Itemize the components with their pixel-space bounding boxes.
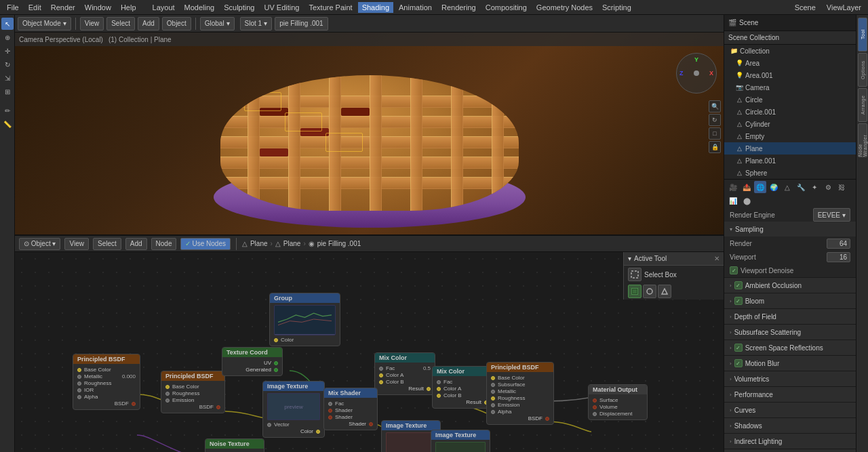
node-principled-3[interactable]: Principled BSDF Base Color Subsurface Me… xyxy=(486,362,554,425)
tool-cursor[interactable]: ⊕ xyxy=(1,31,14,43)
viewport-content[interactable]: X Y Z 🔍 ↻ □ 🔒 xyxy=(15,33,724,234)
section-header-7[interactable]: › Performance xyxy=(724,387,856,402)
section-header-2[interactable]: › Depth of Field xyxy=(724,309,856,324)
tab-data[interactable]: 📊 xyxy=(727,194,739,207)
node-noise[interactable]: Noise Texture Scale5.0 Detail2.0 Roughne… xyxy=(205,438,264,452)
node-principled-1[interactable]: Principled BSDF Base Color Metallic0.000… xyxy=(73,354,140,410)
tool-move[interactable]: ✛ xyxy=(1,45,14,57)
side-tab-options[interactable]: Options xyxy=(858,53,867,87)
viewport-lock-btn[interactable]: 🔒 xyxy=(709,141,721,153)
section-header-1[interactable]: › ✓ Bloom xyxy=(724,293,856,308)
menu-edit[interactable]: Edit xyxy=(24,2,45,13)
collection-item-sphere[interactable]: △Sphere xyxy=(724,167,856,179)
collection-item-camera[interactable]: 📷Camera xyxy=(724,81,856,94)
node-mix-color-2[interactable]: Mix Color Fac Color A Color B Result xyxy=(432,366,493,409)
tab-scripting[interactable]: Scripting xyxy=(598,2,635,13)
node-canvas[interactable]: Group xyxy=(15,252,724,452)
tab-world[interactable]: 🌍 xyxy=(768,181,780,193)
collection-item-circle[interactable]: △Circle xyxy=(724,94,856,106)
object-btn[interactable]: Object xyxy=(162,17,191,30)
render-value[interactable]: 64 xyxy=(827,239,850,249)
section-header-4[interactable]: › ✓ Screen Space Reflections xyxy=(724,340,856,355)
section-header-3[interactable]: › Subsurface Scattering xyxy=(724,325,856,340)
global-btn[interactable]: Global▾ xyxy=(200,17,235,30)
collection-item-area_001[interactable]: 💡Area.001 xyxy=(724,69,856,81)
viewport-gizmo[interactable]: X Y Z xyxy=(676,53,717,94)
tab-compositing[interactable]: Compositing xyxy=(481,2,531,13)
node-group[interactable]: Group xyxy=(269,293,340,346)
section-checkbox[interactable]: ✓ xyxy=(734,359,743,367)
tab-physics[interactable]: ⚙ xyxy=(822,181,834,193)
section-header-0[interactable]: › ✓ Ambient Occlusion xyxy=(724,278,856,293)
tab-output[interactable]: 📤 xyxy=(741,181,753,193)
node-mat-output[interactable]: Material Output Surface Volume Displacem… xyxy=(588,384,648,420)
node-principled-2[interactable]: Principled BSDF Base Color Roughness Emi… xyxy=(161,371,225,413)
tab-render[interactable]: 🎥 xyxy=(727,181,739,193)
node-mix-shader[interactable]: Mix Shader Fac Shader Shader Shader xyxy=(323,388,378,430)
collection-item-circle_001[interactable]: △Circle.001 xyxy=(724,106,856,118)
tab-layout[interactable]: Layout xyxy=(149,2,179,13)
breadcrumb-plane[interactable]: Plane xyxy=(250,240,268,247)
collection-item-collection[interactable]: 📁Collection xyxy=(724,45,856,57)
section-checkbox[interactable]: ✓ xyxy=(734,281,743,289)
node-image-tex-3[interactable]: Image Texture Vector Color xyxy=(431,430,490,452)
viewport-rotate-btn[interactable]: ↻ xyxy=(709,114,721,126)
viewport-zoom-btn[interactable]: 🔍 xyxy=(709,100,721,112)
tool-scale[interactable]: ⇲ xyxy=(1,72,14,84)
viewport-denoise-checkbox[interactable]: ✓ xyxy=(730,266,738,274)
node-image-tex-1[interactable]: Image Texture preview Vector Color xyxy=(262,381,325,438)
object-mode-dropdown[interactable]: Object Mode ▾ xyxy=(18,17,71,30)
section-header-11[interactable]: › Film xyxy=(724,449,856,452)
breadcrumb-material[interactable]: pie Filling .001 xyxy=(317,240,361,247)
tab-modifier[interactable]: 🔧 xyxy=(795,181,807,193)
side-tab-arrange[interactable]: Arrange xyxy=(858,88,867,122)
menu-window[interactable]: Window xyxy=(81,2,115,13)
section-header-10[interactable]: › Indirect Lighting xyxy=(724,434,856,449)
node-tex-coord[interactable]: Texture Coord UV Generated xyxy=(222,347,283,376)
menu-help[interactable]: Help xyxy=(117,2,140,13)
side-tab-tool[interactable]: Tool xyxy=(858,18,867,52)
tab-uv-editing[interactable]: UV Editing xyxy=(260,2,303,13)
material-name-btn[interactable]: pie Filling .001 xyxy=(275,17,328,30)
section-header-8[interactable]: › Curves xyxy=(724,403,856,417)
select-btn[interactable]: Select xyxy=(106,17,135,30)
tab-rendering[interactable]: Rendering xyxy=(437,2,480,13)
tab-shading[interactable]: Shading xyxy=(358,2,393,13)
tool-transform[interactable]: ⊞ xyxy=(1,85,14,98)
collection-item-plane_001[interactable]: △Plane.001 xyxy=(724,155,856,167)
node-add-btn[interactable]: Add xyxy=(125,238,147,250)
collection-item-area[interactable]: 💡Area xyxy=(724,57,856,69)
at-icon-3[interactable] xyxy=(658,285,671,298)
slot-dropdown[interactable]: Slot 1▾ xyxy=(240,17,273,30)
section-checkbox[interactable]: ✓ xyxy=(734,297,743,305)
tab-particle[interactable]: ✦ xyxy=(808,181,821,193)
collection-item-empty[interactable]: △Empty xyxy=(724,130,856,142)
render-engine-dropdown[interactable]: EEVEE▾ xyxy=(813,208,850,222)
side-tab-node-wrangler[interactable]: Node Wrangler xyxy=(858,123,867,157)
node-type-btn[interactable]: ⊙ Object ▾ xyxy=(19,238,60,250)
tab-animation[interactable]: Animation xyxy=(395,2,436,13)
node-view-btn[interactable]: View xyxy=(64,238,89,250)
node-use-nodes-btn[interactable]: ✓ Use Nodes xyxy=(180,238,230,250)
sampling-header[interactable]: ▾ Sampling xyxy=(724,222,856,237)
tab-modeling[interactable]: Modeling xyxy=(180,2,219,13)
collection-item-cylinder[interactable]: △Cylinder xyxy=(724,118,856,130)
tab-sculpting[interactable]: Sculpting xyxy=(220,2,258,13)
node-node-btn[interactable]: Node xyxy=(151,238,177,250)
section-header-6[interactable]: › Volumetrics xyxy=(724,371,856,386)
tool-measure[interactable]: 📏 xyxy=(1,118,14,130)
tab-material[interactable]: ⬤ xyxy=(741,194,753,207)
tab-texture-paint[interactable]: Texture Paint xyxy=(304,2,356,13)
tab-geometry-nodes[interactable]: Geometry Nodes xyxy=(532,2,597,13)
viewport-value[interactable]: 16 xyxy=(827,252,850,262)
tool-select[interactable]: ↖ xyxy=(1,18,14,30)
select-box-icon-btn[interactable] xyxy=(628,268,642,281)
breadcrumb-plane2[interactable]: Plane xyxy=(283,240,301,247)
collection-item-plane[interactable]: △Plane xyxy=(724,142,856,155)
menu-file[interactable]: File xyxy=(3,2,23,13)
section-header-5[interactable]: › ✓ Motion Blur xyxy=(724,356,856,371)
view-btn[interactable]: View xyxy=(80,17,104,30)
tab-constraints[interactable]: ⛓ xyxy=(835,181,848,193)
node-mix-color-1[interactable]: Mix Color Fac0.5 Color A Color B Result xyxy=(374,352,435,395)
viewport-perspective-btn[interactable]: □ xyxy=(709,127,721,140)
